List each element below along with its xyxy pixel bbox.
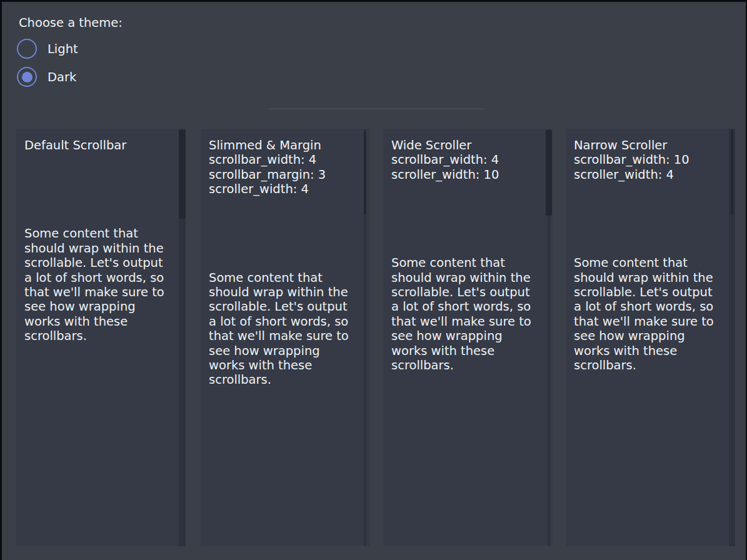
radio-label-dark: Dark [48, 70, 76, 84]
radio-icon-dark-selected[interactable] [17, 67, 37, 87]
scrollbar-thumb[interactable] [546, 130, 552, 216]
panel-body-text: Some content that should wrap within the… [24, 226, 166, 343]
scroll-panel-wide-scroller[interactable]: Wide Scroller scrollbar_width: 4 scrolle… [383, 129, 553, 546]
panel-body-text: Some content that should wrap within the… [391, 256, 533, 372]
panel-body-text: Some content that should wrap within the… [209, 271, 351, 388]
radio-option-light[interactable]: Light [17, 39, 78, 59]
scroll-panel-narrow-scroller[interactable]: Narrow Scroller scrollbar_width: 10 scro… [566, 129, 735, 546]
scroll-panel-default[interactable]: Default Scrollbar Some content that shou… [16, 129, 186, 546]
panel-title: Default Scrollbar [24, 138, 166, 152]
panel-body-text: Some content that should wrap within the… [574, 256, 716, 372]
panel-title: Narrow Scroller scrollbar_width: 10 scro… [574, 138, 716, 182]
horizontal-divider [269, 108, 484, 109]
panel-title: Slimmed & Margin scrollbar_width: 4 scro… [209, 138, 351, 197]
radio-selected-dot [22, 72, 33, 82]
theme-chooser-label: Choose a theme: [19, 16, 123, 30]
scrollbar-thumb[interactable] [731, 130, 733, 214]
radio-label-light: Light [48, 42, 78, 56]
scrollbar-thumb[interactable] [179, 130, 186, 219]
panel-title: Wide Scroller scrollbar_width: 4 scrolle… [391, 138, 533, 182]
scroll-panel-slimmed-margin[interactable]: Slimmed & Margin scrollbar_width: 4 scro… [201, 129, 370, 546]
radio-option-dark[interactable]: Dark [17, 67, 76, 87]
radio-icon-light[interactable] [17, 39, 37, 59]
scrollbar-thumb[interactable] [364, 131, 366, 214]
app-window: Choose a theme: Light Dark Default Scrol… [0, 0, 747, 560]
